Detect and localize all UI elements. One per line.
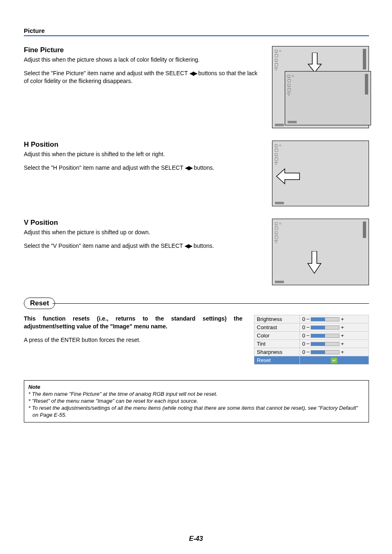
note-title: Note [28, 384, 364, 390]
diagram-icons: ◻︎ ○▢◻︎▢▽ [274, 221, 281, 244]
reset-heading-row: Reset [24, 298, 369, 309]
v-position-title: V Position [24, 219, 261, 227]
diagram-base-icon [275, 281, 284, 283]
down-arrow-icon [307, 53, 322, 73]
diagram-icons: ◻︎ ○▢◻︎▢▽ [274, 143, 281, 166]
diagram-base-icon [275, 124, 284, 126]
table-row: Tint0 − + [254, 340, 369, 348]
fine-picture-diagram: ◻︎ ○▢◻︎▢▽ ◻︎ ○▢◻︎▢▽ [272, 46, 369, 128]
lr-arrows-icon: ◀▶ [184, 242, 192, 249]
note-item: * "Reset" of the menu name "Image" can b… [28, 398, 364, 405]
lr-arrows-icon: ◀▶ [189, 70, 197, 76]
h-position-desc1: Adjust this when the picture is shifted … [24, 150, 261, 158]
diagram-base-icon [288, 121, 297, 123]
reset-rule [53, 303, 369, 304]
v-position-desc1: Adjust this when the picture is shifted … [24, 229, 261, 236]
diagram-icons: ◻︎ ○▢◻︎▢▽ [274, 48, 281, 71]
reset-title: Reset [24, 298, 55, 309]
reset-bold-text: This function resets (i.e., returns to t… [24, 315, 242, 330]
inner-window: ◻︎ ○▢◻︎▢▽ [285, 71, 371, 125]
h-position-diagram: ◻︎ ○▢◻︎▢▽ [272, 141, 369, 206]
scrollbar-icon [365, 74, 368, 95]
table-row: Contrast0 − + [254, 323, 369, 332]
table-row: Brightness0 − + [254, 315, 369, 323]
diagram-base-icon [275, 202, 284, 204]
table-row: Sharpness0 − + [254, 348, 369, 356]
slider-bar [311, 350, 339, 354]
table-row-selected: Reset↵ [254, 356, 369, 365]
v-position-desc2: Select the "V Position" item name and ad… [24, 242, 261, 250]
diagram-icons: ◻︎ ○▢◻︎▢▽ [287, 74, 294, 96]
fine-picture-title: Fine Picture [24, 46, 261, 54]
note-item: * The item name "Fine Picture" at the ti… [28, 391, 364, 398]
image-menu-table: Brightness0 − + Contrast0 − + Color0 − +… [254, 315, 369, 365]
slider-bar [311, 342, 339, 346]
scrollbar-icon [363, 49, 366, 69]
table-row: Color0 − + [254, 332, 369, 340]
lr-arrows-icon: ◀▶ [185, 164, 192, 171]
enter-icon: ↵ [331, 358, 337, 363]
note-item: * To reset the adjustments/settings of a… [28, 405, 364, 419]
section-header: Picture [24, 27, 369, 36]
fine-picture-desc1: Adjust this when the picture shows a lac… [24, 56, 261, 64]
slider-bar [311, 317, 339, 321]
down-arrow-icon [307, 251, 322, 274]
page-number: E-43 [0, 535, 392, 542]
slider-bar [311, 325, 339, 330]
scrollbar-icon [363, 222, 366, 238]
left-arrow-icon [276, 168, 300, 185]
v-position-diagram: ◻︎ ○▢◻︎▢▽ [272, 219, 369, 285]
h-position-desc2: Select the "H Position" item name and ad… [24, 164, 261, 172]
h-position-title: H Position [24, 141, 261, 149]
reset-body: A press of the ENTER button forces the r… [24, 336, 242, 344]
fine-picture-desc2: Select the "Fine Picture" item name and … [24, 69, 261, 85]
note-box: Note * The item name "Fine Picture" at t… [24, 380, 369, 422]
slider-bar [311, 334, 339, 338]
